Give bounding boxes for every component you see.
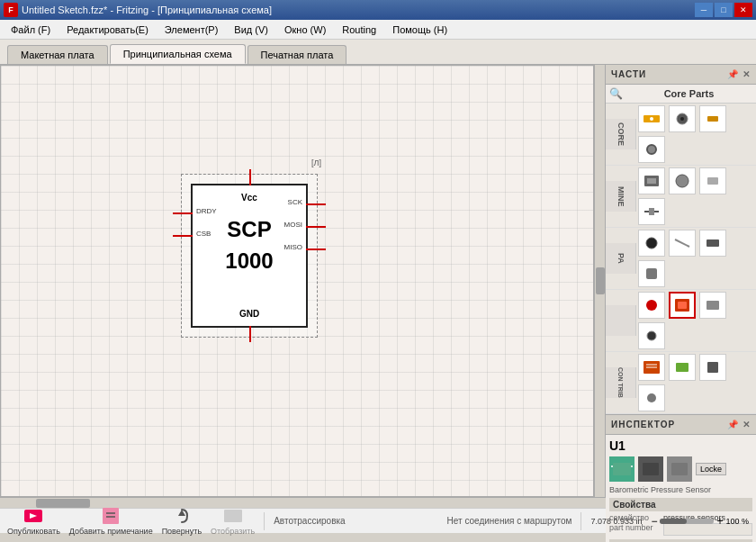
- parts-row-4: [606, 290, 756, 352]
- part-cell-contrib-3[interactable]: [699, 354, 726, 381]
- no-connection-text: Нет соединения с маршрутом: [447, 516, 572, 526]
- svg-point-5: [647, 145, 656, 154]
- pin-gnd-bottom: [249, 326, 251, 342]
- part-cell-contrib-4[interactable]: [638, 384, 665, 411]
- menu-help[interactable]: Помощь (H): [385, 23, 454, 37]
- parts-panel: ЧАСТИ 📌 ✕ 🔍 Core Parts CORE: [606, 65, 756, 415]
- part-cell-core-1[interactable]: [638, 105, 665, 132]
- part-cell-mine-2[interactable]: [669, 167, 696, 194]
- part-cell-mine-1[interactable]: [638, 167, 665, 194]
- canvas-vscroll-thumb[interactable]: [596, 267, 605, 294]
- add-note-label: Добавить примечание: [69, 527, 153, 536]
- parts-panel-controls[interactable]: 📌 ✕: [727, 69, 751, 79]
- section-properties: Свойства: [609, 498, 752, 511]
- publish-label: Опубликовать: [7, 527, 60, 536]
- part-cell-contrib-1[interactable]: [638, 354, 665, 381]
- svg-rect-38: [224, 510, 242, 522]
- search-icon: 🔍: [609, 87, 623, 100]
- parts-row-mine: MINE: [606, 166, 756, 228]
- component-box[interactable]: DRDY CSB SCK MOSI MISO Vcc GND SCP 1000: [191, 184, 308, 328]
- menu-file[interactable]: Файл (F): [4, 23, 58, 37]
- menu-window[interactable]: Окно (W): [277, 23, 333, 37]
- zoom-bar-fill: [660, 519, 687, 524]
- status-coords: 7.078 0.933 in: [590, 517, 642, 526]
- component-wrapper: [Л] DRDY CSB SCK: [181, 174, 318, 338]
- zoom-controls: − + 100 %: [651, 515, 749, 528]
- inspector-close-icon[interactable]: ✕: [742, 420, 751, 429]
- part-cell-pa-4[interactable]: [638, 260, 665, 287]
- parts-cells-contrib: [636, 352, 756, 413]
- publish-button[interactable]: Опубликовать: [7, 506, 60, 536]
- status-divider-2: [580, 512, 581, 530]
- component-name-label: Barometric Pressure Sensor: [609, 485, 752, 494]
- part-cell-4-3[interactable]: [699, 292, 726, 319]
- parts-panel-pin-icon[interactable]: 📌: [727, 69, 739, 79]
- parts-grid: CORE: [606, 104, 756, 414]
- svg-rect-14: [706, 239, 719, 247]
- lock-button[interactable]: Locke: [696, 463, 726, 475]
- canvas-vscrollbar[interactable]: [594, 65, 605, 497]
- svg-rect-7: [647, 178, 656, 184]
- search-row: 🔍 Core Parts: [606, 85, 756, 104]
- part-cell-mine-3[interactable]: [699, 167, 726, 194]
- zoom-plus-button[interactable]: +: [716, 515, 723, 528]
- inspector-controls[interactable]: 📌 ✕: [727, 420, 751, 429]
- part-cell-4-4[interactable]: [638, 322, 665, 349]
- parts-panel-header: ЧАСТИ 📌 ✕: [606, 65, 756, 85]
- parts-cells-pa: [636, 228, 756, 289]
- canvas-area[interactable]: [Л] DRDY CSB SCK: [0, 65, 594, 497]
- part-cell-4-2[interactable]: [669, 292, 696, 319]
- tab-bar: Макетная плата Принципиальная схема Печа…: [0, 40, 756, 65]
- part-cell-4-1[interactable]: [638, 292, 665, 319]
- inspector-component-id: U1: [609, 438, 752, 453]
- tab-breadboard[interactable]: Макетная плата: [7, 45, 108, 64]
- app-icon: F: [4, 3, 18, 17]
- part-cell-core-2[interactable]: [669, 105, 696, 132]
- svg-rect-19: [706, 301, 719, 310]
- part-cell-mine-4[interactable]: [638, 198, 665, 225]
- zoom-minus-button[interactable]: −: [651, 515, 657, 528]
- menu-view[interactable]: Вид (V): [227, 23, 275, 37]
- parts-cells-core: [636, 104, 756, 165]
- svg-rect-11: [649, 208, 654, 215]
- svg-rect-25: [707, 362, 718, 373]
- minimize-button[interactable]: ─: [695, 3, 713, 17]
- pin-miso: [306, 248, 326, 250]
- part-cell-contrib-2[interactable]: [669, 354, 696, 381]
- parts-cells-4: [636, 290, 756, 351]
- part-cell-core-4[interactable]: [638, 136, 665, 163]
- inspector-pin-icon[interactable]: 📌: [727, 420, 739, 429]
- svg-point-12: [646, 238, 657, 248]
- svg-point-8: [676, 175, 688, 187]
- menu-element[interactable]: Элемент(P): [158, 23, 226, 37]
- menu-bar: Файл (F) Редактировать(E) Элемент(P) Вид…: [0, 20, 756, 40]
- pin-sck: [306, 203, 326, 205]
- svg-rect-27: [613, 463, 631, 475]
- menu-routing[interactable]: Routing: [335, 23, 383, 37]
- rotate-button[interactable]: Повернуть: [162, 506, 202, 536]
- label-drdy: DRDY: [196, 207, 217, 215]
- menu-edit[interactable]: Редактировать(E): [59, 23, 156, 37]
- part-cell-pa-1[interactable]: [638, 230, 665, 257]
- toolbar-divider: [264, 512, 265, 530]
- parts-row-core: CORE: [606, 104, 756, 166]
- maximize-button[interactable]: □: [715, 3, 733, 17]
- canvas-component[interactable]: [Л] DRDY CSB SCK: [181, 174, 318, 338]
- svg-line-13: [675, 239, 689, 247]
- tab-pcb[interactable]: Печатная плата: [248, 45, 347, 64]
- title-bar: F Untitled Sketch.fzz* - Fritzing - [При…: [0, 0, 756, 20]
- part-cell-core-3[interactable]: [699, 105, 726, 132]
- pin-csb: [173, 235, 193, 237]
- close-button[interactable]: ✕: [734, 3, 752, 17]
- inspector-img-pcb: [667, 456, 692, 482]
- add-note-button[interactable]: Добавить примечание: [69, 506, 153, 536]
- parts-panel-close-icon[interactable]: ✕: [742, 69, 751, 79]
- rotate-label: Повернуть: [162, 527, 202, 536]
- svg-point-20: [647, 331, 656, 340]
- part-cell-pa-2[interactable]: [669, 230, 696, 257]
- tab-schematic[interactable]: Принципиальная схема: [110, 44, 246, 64]
- window-controls[interactable]: ─ □ ✕: [695, 3, 752, 17]
- parts-cells-mine: [636, 166, 756, 227]
- title-bar-left: F Untitled Sketch.fzz* - Fritzing - [При…: [4, 3, 272, 17]
- part-cell-pa-3[interactable]: [699, 230, 726, 257]
